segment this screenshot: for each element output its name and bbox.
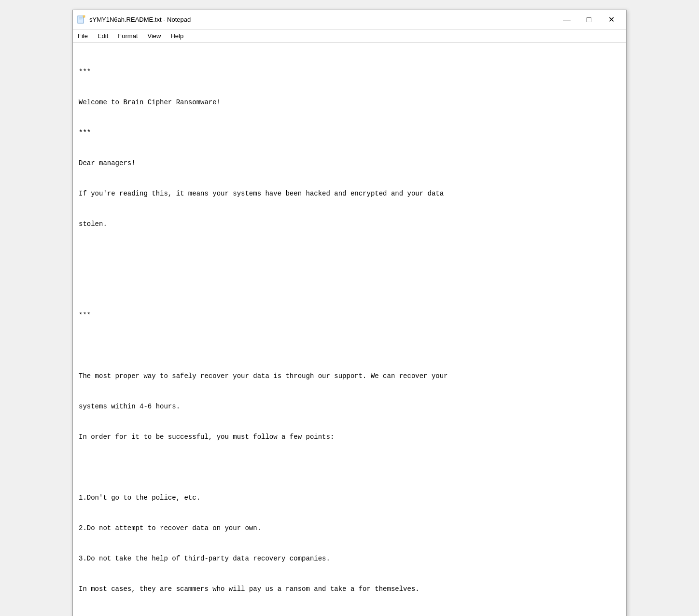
- content-line5: If you're reading this, it means your sy…: [79, 189, 620, 199]
- content-line14: [79, 462, 620, 473]
- content-line11: The most proper way to safely recover yo…: [79, 371, 620, 381]
- content-line4: Dear managers!: [79, 158, 620, 168]
- content-line6: stolen.: [79, 219, 620, 229]
- content-line18: In most cases, they are scammers who wil…: [79, 584, 620, 594]
- minimize-button[interactable]: —: [556, 12, 578, 28]
- maximize-button[interactable]: □: [578, 12, 600, 28]
- text-content[interactable]: *** Welcome to Brain Cipher Ransomware! …: [73, 43, 626, 616]
- menu-edit[interactable]: Edit: [93, 30, 113, 42]
- menu-bar: File Edit Format View Help: [73, 29, 626, 43]
- menu-format[interactable]: Format: [113, 30, 142, 42]
- svg-rect-3: [79, 19, 82, 19]
- content-line8: [79, 280, 620, 290]
- content-line16: 2.Do not attempt to recover data on your…: [79, 523, 620, 533]
- content-line17: 3.Do not take the help of third-party da…: [79, 554, 620, 564]
- notepad-icon: [77, 15, 85, 24]
- content-line3: ***: [79, 128, 620, 138]
- content-line10: [79, 341, 620, 351]
- content-line13: In order for it to be successful, you mu…: [79, 432, 620, 442]
- menu-view[interactable]: View: [143, 30, 166, 42]
- content-line2: Welcome to Brain Cipher Ransomware!: [79, 98, 620, 108]
- close-button[interactable]: ✕: [600, 12, 622, 28]
- content-line9: ***: [79, 310, 620, 321]
- notepad-window: sYMY1N6ah.README.txt - Notepad — □ ✕ Fil…: [72, 10, 627, 616]
- svg-rect-2: [79, 18, 83, 18]
- svg-rect-1: [79, 17, 83, 17]
- content-line1: ***: [79, 67, 620, 77]
- menu-file[interactable]: File: [73, 30, 93, 42]
- svg-rect-4: [83, 15, 85, 17]
- content-line15: 1.Don't go to the police, etc.: [79, 493, 620, 503]
- title-bar: sYMY1N6ah.README.txt - Notepad — □ ✕: [73, 10, 626, 29]
- title-bar-left: sYMY1N6ah.README.txt - Notepad: [77, 15, 191, 24]
- content-line12: systems within 4-6 hours.: [79, 402, 620, 412]
- window-controls: — □ ✕: [556, 12, 622, 28]
- window-title: sYMY1N6ah.README.txt - Notepad: [89, 16, 191, 23]
- content-line7: [79, 250, 620, 260]
- menu-help[interactable]: Help: [166, 30, 188, 42]
